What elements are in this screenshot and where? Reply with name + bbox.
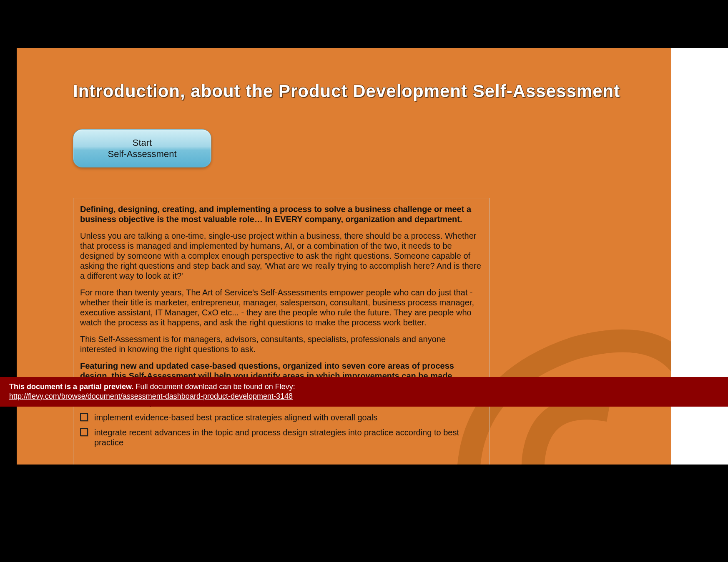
intro-paragraph-3: For more than twenty years, The Art of S… <box>80 287 483 327</box>
list-item-text: implement evidence-based best practice s… <box>94 413 377 422</box>
banner-lead-text: This document is a partial preview. <box>9 382 133 391</box>
start-self-assessment-button[interactable]: Start Self-Assessment <box>73 129 211 167</box>
preview-banner: This document is a partial preview. Full… <box>0 377 728 407</box>
list-item-text: integrate recent advances in the topic a… <box>94 428 459 447</box>
intro-paragraph-2: Unless you are talking a one-time, singl… <box>80 231 483 281</box>
banner-link[interactable]: http://flevy.com/browse/document/assessm… <box>9 392 293 400</box>
list-item: implement evidence-based best practice s… <box>80 412 483 422</box>
intro-content-box: Defining, designing, creating, and imple… <box>73 198 490 465</box>
intro-paragraph-4: This Self-Assessment is for managers, ad… <box>80 334 483 354</box>
banner-trail-text: Full document download can be found on F… <box>133 382 295 391</box>
start-button-line1: Start <box>133 137 152 149</box>
list-item: integrate recent advances in the topic a… <box>80 427 483 447</box>
checkbox-icon <box>80 428 88 436</box>
page-title: Introduction, about the Product Developm… <box>73 81 620 101</box>
checkbox-icon <box>80 413 88 421</box>
intro-paragraph-lead: Defining, designing, creating, and imple… <box>80 204 483 224</box>
start-button-line2: Self-Assessment <box>108 148 176 160</box>
